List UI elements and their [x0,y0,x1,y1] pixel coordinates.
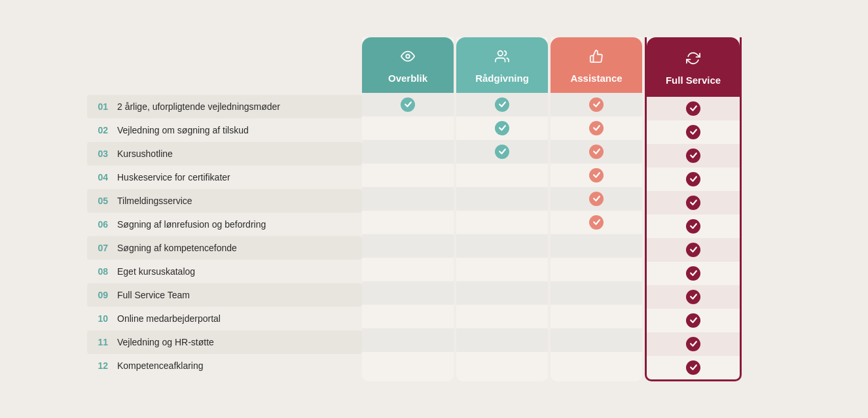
fullservice-header-icon [686,51,700,69]
table-row: 04Huskeservice for certifikater [87,165,362,189]
row-label: Søgning af kompetencefonde [117,243,237,253]
table-row: 12Kompetenceafklaring [87,354,362,377]
table-cell [551,305,642,328]
table-cell [647,120,740,144]
check-mark [589,192,604,206]
check-mark [495,145,509,159]
page-container: 012 årlige, uforpligtende vejledningsmød… [74,11,794,408]
col-header-label-fullservice: Full Service [666,75,721,86]
table-cell [551,187,642,211]
col-cells-overblik: Overblik [362,37,454,381]
table-cell [362,140,454,164]
check-mark [589,215,604,230]
table-cell [456,352,548,375]
table-cell [362,211,454,234]
table-cell [362,93,454,116]
table-cell [362,328,454,352]
table-cell [456,187,548,211]
row-label: Vejledning og HR-støtte [117,337,214,347]
table-row: 10Online medarbejderportal [87,307,362,330]
svg-point-0 [406,54,410,58]
check-mark [589,97,604,112]
table-cell [647,97,740,120]
table-cell [551,328,642,352]
row-label: Huskeservice for certifikater [117,172,230,183]
check-mark [686,337,700,351]
row-label: Online medarbejderportal [117,313,221,324]
row-number: 05 [90,196,117,206]
check-mark [686,196,700,210]
row-number: 07 [90,243,117,253]
table-cell [647,191,740,215]
rows-left: 012 årlige, uforpligtende vejledningsmød… [87,37,362,381]
assistance-header-icon [589,49,604,67]
check-mark [589,168,604,183]
raadgivning-header-icon [495,49,509,67]
table-cell [551,93,642,116]
col-header-fullservice: Full Service [647,37,740,97]
col-header-label-raadgivning: Rådgivning [475,73,529,84]
table-row: 08Eget kursuskatalog [87,260,362,283]
table-row: 11Vejledning og HR-støtte [87,330,362,354]
row-number: 01 [90,101,117,112]
table-row: 03Kursushotline [87,142,362,165]
check-mark [686,125,700,139]
check-mark [686,219,700,234]
table-cell [362,258,454,281]
table-cell [647,167,740,191]
table-cell [456,93,548,116]
table-cell [647,262,740,285]
table-cell [456,234,548,258]
row-label: 2 årlige, uforpligtende vejledningsmøder [117,101,280,112]
col-header-assistance: Assistance [551,37,642,93]
table-row: 09Full Service Team [87,283,362,307]
row-label: Vejledning om søgning af tilskud [117,125,249,135]
svg-point-1 [498,50,503,55]
table-cell [647,285,740,309]
col-header-overblik: Overblik [362,37,454,93]
row-number: 03 [90,148,117,159]
col-cells-raadgivning: Rådgivning [456,37,548,381]
row-number: 04 [90,172,117,183]
col-cells-fullservice: Full Service [645,37,742,381]
table-row: 02Vejledning om søgning af tilskud [87,118,362,142]
col-header-raadgivning: Rådgivning [456,37,548,93]
table-cell [551,352,642,375]
check-mark [495,97,509,112]
row-label: Søgning af lønrefusion og befordring [117,219,266,230]
row-number: 09 [90,290,117,300]
table-cell [551,258,642,281]
table-row: 012 årlige, uforpligtende vejledningsmød… [87,95,362,118]
check-mark [686,101,700,116]
table-cell [456,140,548,164]
table-row: 07Søgning af kompetencefonde [87,236,362,260]
cols-right: OverblikRådgivningAssistanceFull Service [362,37,781,381]
table-cell [551,281,642,305]
table-cell [456,116,548,140]
row-number: 02 [90,125,117,135]
check-mark [589,121,604,135]
check-mark [686,290,700,304]
table-cell [456,328,548,352]
table-row: 06Søgning af lønrefusion og befordring [87,213,362,236]
row-number: 08 [90,266,117,277]
table-cell [362,352,454,375]
check-mark [495,121,509,135]
table-cell [647,309,740,332]
overblik-header-icon [401,49,415,67]
comparison-table: 012 årlige, uforpligtende vejledningsmød… [87,37,781,381]
row-number: 10 [90,313,117,324]
col-header-label-overblik: Overblik [388,73,427,84]
table-cell [362,234,454,258]
table-cell [362,116,454,140]
row-label: Kompetenceafklaring [117,360,204,371]
table-cell [456,305,548,328]
table-cell [551,234,642,258]
table-cell [551,140,642,164]
table-cell [456,164,548,187]
row-label: Eget kursuskatalog [117,266,195,277]
table-cell [551,116,642,140]
check-mark [686,266,700,281]
table-cell [647,215,740,238]
check-mark [401,97,415,112]
